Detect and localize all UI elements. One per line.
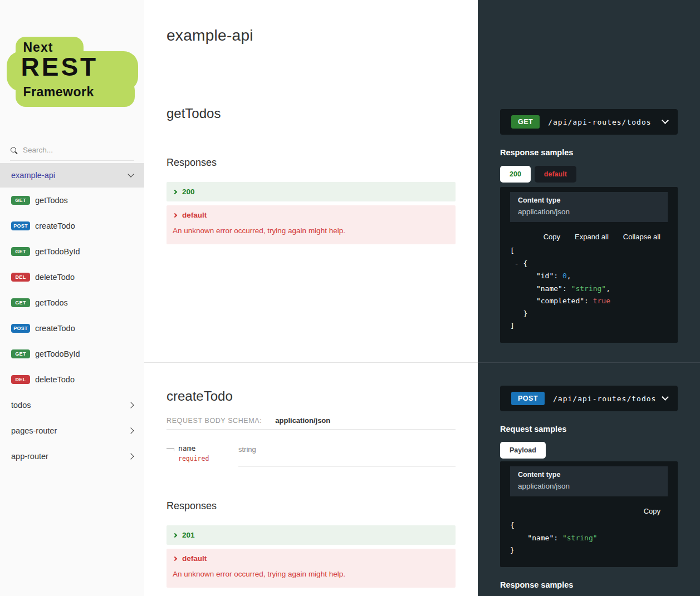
content-type-label: Content type bbox=[518, 471, 660, 479]
sidebar-item-label: createTodo bbox=[35, 221, 75, 230]
tab-200[interactable]: 200 bbox=[500, 166, 531, 183]
http-method-badge: GET bbox=[11, 298, 30, 307]
operation-title-createtodo: createTodo bbox=[167, 388, 456, 404]
sidebar-item-createtodo-2[interactable]: POST createTodo bbox=[0, 316, 144, 341]
request-samples-heading: Request samples bbox=[500, 425, 678, 434]
responses-list: 201 default An unknown error occurred, t… bbox=[167, 525, 456, 588]
chevron-right-icon bbox=[173, 213, 177, 217]
operation-gettodos-section: example-api getTodos Responses 200 defau… bbox=[144, 0, 478, 363]
http-method-pill: POST bbox=[511, 392, 545, 405]
response-row-default[interactable]: default An unknown error occurred, tryin… bbox=[167, 205, 456, 244]
field-type: string bbox=[238, 445, 256, 454]
sidebar-item-label: getTodos bbox=[35, 298, 68, 307]
tab-default[interactable]: default bbox=[535, 166, 576, 183]
field-required-label: required bbox=[178, 455, 238, 462]
sidebar-item-example-api[interactable]: example-api bbox=[0, 163, 144, 188]
tab-payload[interactable]: Payload bbox=[500, 442, 546, 459]
sidebar-item-gettodos-1[interactable]: GET getTodos bbox=[0, 188, 144, 213]
sidebar-item-gettodobyid-1[interactable]: GET getTodoById bbox=[0, 239, 144, 264]
sidebar-item-deletetodo-1[interactable]: DEL deleteTodo bbox=[0, 264, 144, 290]
http-method-badge: GET bbox=[11, 196, 30, 205]
search-input[interactable] bbox=[23, 146, 123, 154]
main-content: example-api getTodos Responses 200 defau… bbox=[144, 0, 478, 596]
sidebar-item-label: pages-router bbox=[11, 426, 57, 435]
content-type-select[interactable]: Content type application/json bbox=[510, 466, 668, 496]
response-row-201[interactable]: 201 bbox=[167, 525, 456, 545]
responses-heading: Responses bbox=[167, 500, 456, 512]
sidebar-item-label: getTodos bbox=[35, 196, 68, 205]
sidebar-item-label: todos bbox=[11, 401, 31, 410]
response-code: 200 bbox=[182, 188, 195, 196]
sidebar-item-label: getTodoById bbox=[35, 349, 80, 358]
response-samples-heading: Response samples bbox=[500, 580, 678, 589]
copy-button[interactable]: Copy bbox=[544, 233, 560, 241]
response-description: An unknown error occurred, trying again … bbox=[173, 226, 450, 235]
get-endpoint-dropdown[interactable]: GET /api/api-routes/todos bbox=[500, 109, 678, 135]
response-sample-code-panel: Content type application/json Copy Expan… bbox=[500, 187, 678, 343]
operation-createtodo-section: createTodo REQUEST BODY SCHEMA: applicat… bbox=[144, 363, 478, 596]
http-method-badge: GET bbox=[11, 349, 30, 358]
response-code: default bbox=[182, 211, 207, 219]
sidebar-nav: example-api GET getTodos POST createTodo… bbox=[0, 163, 144, 469]
response-sample-tabs: 200 default bbox=[500, 166, 678, 183]
endpoint-path: /api/api-routes/todos bbox=[553, 395, 656, 403]
sidebar-item-app-router[interactable]: app-router bbox=[0, 444, 144, 469]
response-row-200[interactable]: 200 bbox=[167, 182, 456, 201]
sidebar: Next REST Framework example-api GET getT… bbox=[0, 0, 144, 596]
get-samples-section: GET /api/api-routes/todos Response sampl… bbox=[478, 0, 700, 363]
response-samples-heading: Response samples bbox=[500, 148, 678, 157]
chevron-down-icon bbox=[662, 117, 669, 124]
field-tree-connector-icon bbox=[167, 448, 174, 452]
request-body-content-type: application/json bbox=[275, 416, 330, 425]
sidebar-item-gettodobyid-2[interactable]: GET getTodoById bbox=[0, 341, 144, 367]
content-type-value: application/json bbox=[518, 482, 660, 490]
sidebar-item-gettodos-2[interactable]: GET getTodos bbox=[0, 290, 144, 316]
request-body-schema-label: REQUEST BODY SCHEMA: bbox=[167, 417, 262, 425]
sidebar-item-createtodo-1[interactable]: POST createTodo bbox=[0, 213, 144, 239]
request-body-schema-row: REQUEST BODY SCHEMA: application/json bbox=[167, 416, 456, 430]
sidebar-item-label: deleteTodo bbox=[35, 273, 75, 282]
collapse-all-button[interactable]: Collapse all bbox=[623, 233, 660, 241]
sidebar-item-label: deleteTodo bbox=[35, 375, 75, 384]
chevron-right-icon bbox=[128, 402, 134, 408]
sidebar-item-todos[interactable]: todos bbox=[0, 392, 144, 418]
chevron-right-icon bbox=[128, 427, 134, 434]
next-rest-framework-logo: Next REST Framework bbox=[7, 37, 138, 107]
api-title: example-api bbox=[167, 0, 456, 45]
chevron-right-icon bbox=[128, 453, 134, 459]
json-sample-code: { "name": "string"} bbox=[510, 519, 668, 557]
content-type-label: Content type bbox=[518, 196, 660, 204]
chevron-right-icon bbox=[173, 189, 177, 194]
sidebar-search[interactable] bbox=[10, 146, 134, 161]
expand-all-button[interactable]: Expand all bbox=[575, 233, 609, 241]
sidebar-item-label: createTodo bbox=[35, 324, 75, 333]
schema-field-row: name required string bbox=[167, 444, 456, 467]
chevron-right-icon bbox=[173, 556, 177, 560]
sidebar-item-label: app-router bbox=[11, 452, 48, 461]
field-name: name bbox=[178, 444, 195, 452]
http-method-badge: DEL bbox=[11, 273, 30, 282]
response-description: An unknown error occurred, trying again … bbox=[173, 570, 450, 578]
sidebar-item-label: getTodoById bbox=[35, 247, 80, 256]
copy-button[interactable]: Copy bbox=[644, 507, 660, 515]
sidebar-item-pages-router[interactable]: pages-router bbox=[0, 418, 144, 444]
samples-panel: GET /api/api-routes/todos Response sampl… bbox=[478, 0, 700, 596]
logo-text-rest: REST bbox=[21, 54, 99, 80]
code-actions: Copy Expand all Collapse all bbox=[510, 233, 668, 241]
http-method-badge: GET bbox=[11, 247, 30, 256]
response-code: 201 bbox=[182, 531, 195, 539]
post-endpoint-dropdown[interactable]: POST /api/api-routes/todos bbox=[500, 386, 678, 411]
request-sample-code-panel: Content type application/json Copy { "na… bbox=[500, 461, 678, 567]
chevron-down-icon bbox=[662, 393, 669, 401]
json-sample-code: [ - { "id": 0, "name": "string", "comple… bbox=[510, 245, 668, 333]
operation-title-gettodos: getTodos bbox=[167, 106, 456, 121]
http-method-badge: POST bbox=[11, 324, 30, 333]
sidebar-item-deletetodo-2[interactable]: DEL deleteTodo bbox=[0, 367, 144, 392]
http-method-pill: GET bbox=[511, 115, 540, 129]
http-method-badge: DEL bbox=[11, 375, 30, 384]
response-row-default[interactable]: default An unknown error occurred, tryin… bbox=[167, 549, 456, 588]
chevron-right-icon bbox=[173, 533, 177, 537]
sidebar-item-label: example-api bbox=[11, 171, 55, 180]
responses-list: 200 default An unknown error occurred, t… bbox=[167, 182, 456, 244]
content-type-select[interactable]: Content type application/json bbox=[510, 192, 668, 222]
